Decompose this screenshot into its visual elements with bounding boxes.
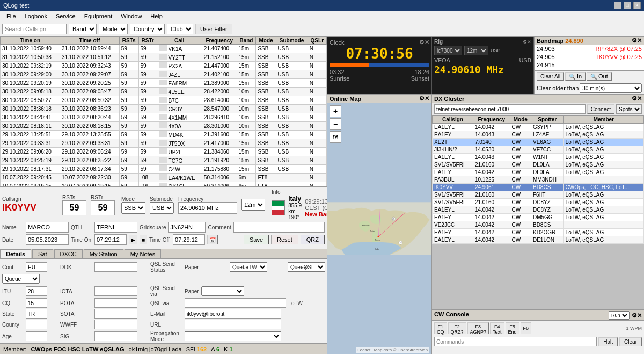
menu-window[interactable]: Window (116, 12, 146, 20)
zoom-in-btn[interactable]: + (330, 105, 341, 117)
clear-btn[interactable]: Clear (619, 337, 642, 346)
rstr-input[interactable] (91, 200, 115, 215)
qrz-button[interactable]: QRZ (301, 235, 325, 244)
cluster-row[interactable]: EA1EYL14.0043CWLZ4AELoTW, eQSLAG (433, 131, 644, 139)
sig-input[interactable] (94, 331, 137, 341)
cw-f4-btn[interactable]: F4Text (490, 322, 504, 334)
cw-f3-btn[interactable]: F3AGNP? (467, 322, 489, 334)
tab-sat[interactable]: Sat (32, 249, 53, 258)
cw-commands-input[interactable] (434, 337, 597, 346)
log-row[interactable]: 10.07.2022 09:19:1510.07.2022 09:19:1559… (1, 182, 327, 187)
menu-logbook[interactable]: Logbook (20, 12, 52, 20)
cluster-row[interactable]: EA1EYL14.0043CWW1NTLoTW, eQSLAG (433, 154, 644, 161)
cluster-row[interactable]: EA1EYL14.0042CWDE1LONLoTW, eQSLAG (433, 236, 644, 244)
tab-dxcc[interactable]: DXCC (54, 249, 83, 258)
freq-input[interactable] (178, 202, 237, 214)
county-input[interactable] (26, 320, 47, 329)
cluster-row[interactable]: SV1/SV5FRI21.0160CWDL0LALoTW, eQSLAG (433, 161, 644, 169)
cluster-row[interactable]: SV1/SV5FRI21.0160CWF6IITLoTW, eQSLAG (433, 191, 644, 199)
sota-input[interactable] (94, 309, 137, 319)
clock-settings-icon[interactable]: ⚙✕ (419, 39, 429, 46)
cluster-row[interactable]: VE2JCC14.0042CWBD8CS (433, 221, 644, 229)
url-input[interactable] (185, 320, 281, 329)
tab-my-notes[interactable]: My Notes (125, 249, 161, 258)
country-select[interactable]: Country (130, 24, 165, 34)
band-entry-select[interactable]: 12m (241, 199, 265, 211)
tab-my-station[interactable]: My Station (84, 249, 123, 258)
reset-button[interactable]: Reset (271, 235, 298, 244)
cw-f1-btn[interactable]: F1CQ (434, 322, 447, 334)
gridsquare-input[interactable] (168, 222, 206, 233)
user-filter-btn[interactable]: User Filter (195, 24, 232, 34)
map-zoom-controls[interactable]: + − (330, 105, 341, 130)
menu-service[interactable]: Service (52, 12, 80, 20)
date-input[interactable] (26, 234, 69, 245)
cw-settings-icon[interactable]: ⚙✕ (632, 312, 642, 319)
cluster-row[interactable]: EA1EYL14.0042CWDC8YZLoTW, eQSLAG (433, 206, 644, 214)
menu-equipment[interactable]: Equipment (80, 12, 117, 20)
cw-run-select[interactable]: Run (609, 311, 630, 320)
cont-input[interactable] (26, 262, 47, 272)
log-row[interactable]: 30.10.2022 08:18:1130.10.2022 08:18:1559… (1, 122, 327, 131)
cluster-row[interactable]: JI3KHN/214.0530CWVE7CCLoTW, eQSLAG (433, 146, 644, 154)
mode-entry-select[interactable]: SSB (121, 202, 145, 214)
rig-controls-icon[interactable]: ⚙✕ (523, 39, 531, 45)
connect-btn[interactable]: Connect (587, 104, 614, 114)
cluster-row[interactable]: PA3BUL10.1225CWMM3NDH (433, 176, 644, 184)
rig-band-select[interactable]: 12m (464, 46, 488, 55)
log-row[interactable]: 30.10.2022 09:29:0030.10.2022 09:29:0759… (1, 70, 327, 79)
log-row[interactable]: 30.10.2022 08:36:1830.10.2022 08:36:2359… (1, 105, 327, 113)
log-row[interactable]: 10.07.2022 09:20:4510.07.2022 09:22:3059… (1, 174, 327, 182)
log-row[interactable]: 29.10.2022 08:25:1929.10.2022 08:25:2259… (1, 156, 327, 165)
log-row[interactable]: 30.10.2022 09:32:1930.10.2022 09:32:4359… (1, 62, 327, 70)
cluster-row[interactable]: EA1EYL14.0042CWDL0LALoTW, eQSLAG (433, 169, 644, 176)
log-row[interactable]: 31.10.2022 10:59:4031.10.2022 10:59:4459… (1, 45, 327, 53)
search-input[interactable] (2, 24, 67, 34)
dok-input[interactable] (94, 262, 137, 272)
time-off-input[interactable] (173, 234, 205, 245)
halt-btn[interactable]: Halt (598, 337, 618, 346)
cluster-row[interactable]: XE2T7.0140CWVE6AGLoTW, eQSLAG (433, 139, 644, 146)
pota-input[interactable] (94, 298, 137, 308)
band-select[interactable]: Band (69, 24, 97, 34)
cq-input[interactable] (26, 298, 47, 308)
time-off-calendar-btn[interactable]: 📅 (207, 235, 218, 244)
eqsl-select[interactable]: Queue (2, 274, 40, 284)
time-on-input[interactable] (94, 234, 127, 245)
menu-help[interactable]: Help (146, 12, 167, 20)
itu-input[interactable] (26, 286, 47, 296)
cluster-server-input[interactable] (434, 104, 586, 114)
time-on-start-btn[interactable]: ▶ (129, 235, 137, 244)
cluster-row[interactable]: EA1EYL14.0042CWDM5GGLoTW, eQSLAG (433, 214, 644, 221)
log-row[interactable]: 30.10.2022 09:20:1930.10.2022 09:20:2559… (1, 79, 327, 88)
cluster-close-icon[interactable]: ⚙✕ (632, 95, 642, 102)
rig-model-select[interactable]: ic7300 (434, 46, 462, 55)
cw-f2-btn[interactable]: F2QRZ? (448, 322, 466, 334)
log-table-container[interactable]: Time on Time off RSTs RSTr Call Frequenc… (0, 37, 327, 187)
cluster-scroll[interactable]: Callsign Frequency Mode Spotter Member E… (432, 115, 644, 309)
rsts-input[interactable] (62, 200, 86, 215)
log-row[interactable]: 29.10.2022 13:25:5129.10.2022 13:25:5559… (1, 131, 327, 139)
minimize-btn[interactable]: _ (614, 2, 621, 9)
log-row[interactable]: 30.10.2022 08:50:2730.10.2022 08:50:3259… (1, 96, 327, 105)
wwff-input[interactable] (94, 320, 137, 329)
club-select[interactable]: Club (167, 24, 193, 34)
log-row[interactable]: 29.10.2022 09:06:2029.10.2022 09:06:2459… (1, 148, 327, 156)
email-input[interactable] (185, 309, 281, 319)
age-input[interactable] (26, 331, 47, 341)
paper2-select[interactable] (201, 286, 244, 296)
layers-btn[interactable]: 🗺 (330, 131, 341, 143)
bandmap-close-icon[interactable]: ⚙✕ (632, 37, 642, 44)
log-row[interactable]: 31.10.2022 10:50:3831.10.2022 10:51:1259… (1, 53, 327, 62)
submode-entry-select[interactable]: USB (150, 202, 174, 214)
mode-select[interactable]: Mode (99, 24, 128, 34)
menu-file[interactable]: File (2, 12, 20, 20)
restore-btn[interactable]: □ (624, 2, 631, 9)
zoom-out-btn[interactable]: − (330, 118, 341, 130)
map-close-icon[interactable]: ⚙✕ (419, 95, 429, 102)
window-controls[interactable]: _ □ ✕ (614, 2, 641, 9)
time-on-stop-btn[interactable]: ■ (140, 235, 147, 244)
comment-input[interactable] (233, 222, 325, 233)
name-input[interactable] (26, 222, 69, 233)
state-input[interactable] (26, 309, 47, 319)
